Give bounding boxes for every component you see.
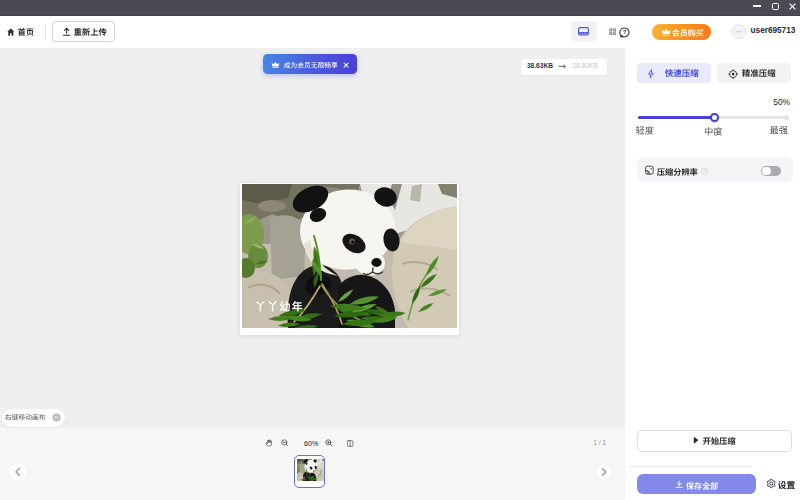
svg-text:?: ? [623,28,627,35]
svg-text:?: ? [703,169,706,174]
